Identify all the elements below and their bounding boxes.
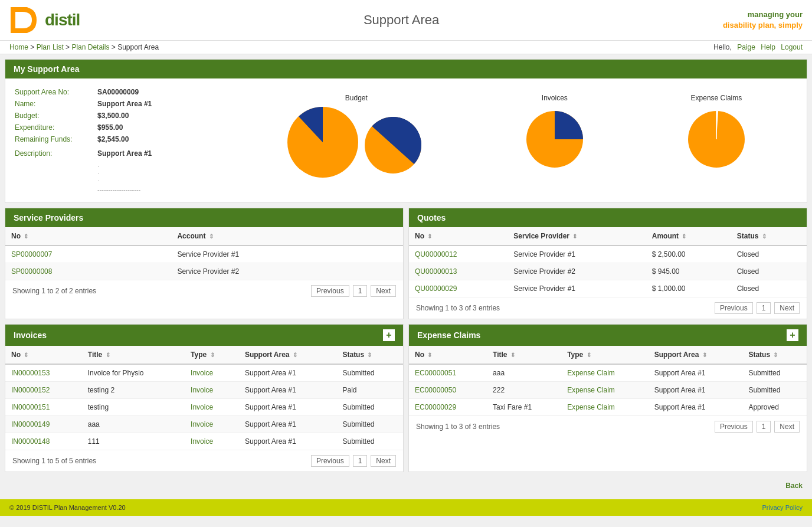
ec-col-status[interactable]: Status ⇕	[742, 346, 807, 364]
table-row: EC00000051aaaExpense ClaimSupport Area #…	[409, 364, 807, 382]
inv-status: Submitted	[336, 416, 403, 433]
breadcrumb-plan-details[interactable]: Plan Details	[71, 43, 109, 51]
inv-type[interactable]: Invoice	[185, 382, 239, 399]
inv-support-area: Support Area #1	[239, 399, 337, 416]
ec-support-area: Support Area #1	[649, 382, 743, 399]
inv-status: Paid	[336, 382, 403, 399]
sp-page-num: 1	[353, 285, 368, 297]
quote-no[interactable]: QU00000012	[409, 246, 508, 263]
ec-support-area: Support Area #1	[649, 399, 743, 416]
service-providers-table: No ⇕ Account ⇕ SP00000007Service Provide…	[5, 227, 403, 280]
quotes-panel: Quotes No ⇕ Service Provider ⇕ Amount ⇕ …	[408, 208, 807, 319]
sp-pagination: Showing 1 to 2 of 2 entries Previous 1 N…	[5, 280, 403, 302]
col-no[interactable]: No ⇕	[409, 227, 508, 246]
inv-title: testing 2	[82, 382, 185, 399]
quotes-table: No ⇕ Service Provider ⇕ Amount ⇕ Status …	[409, 227, 807, 297]
col-status[interactable]: Status ⇕	[731, 227, 807, 246]
inv-type[interactable]: Invoice	[185, 433, 239, 450]
ec-no[interactable]: EC00000050	[409, 382, 487, 399]
sp-no[interactable]: SP00000008	[5, 263, 171, 280]
inv-col-support-area[interactable]: Support Area ⇕	[239, 346, 337, 364]
quotes-prev-btn[interactable]: Previous	[715, 302, 753, 314]
inv-no[interactable]: IN00000148	[5, 433, 82, 450]
ec-next-btn[interactable]: Next	[774, 421, 800, 433]
inv-next-btn[interactable]: Next	[371, 455, 396, 467]
ec-type[interactable]: Expense Claim	[561, 399, 649, 416]
quote-sp: Service Provider #1	[508, 280, 646, 297]
breadcrumb-plan-list[interactable]: Plan List	[37, 43, 64, 51]
col-service-provider[interactable]: Service Provider ⇕	[508, 227, 646, 246]
col-amount[interactable]: Amount ⇕	[646, 227, 731, 246]
table-row: IN00000152testing 2InvoiceSupport Area #…	[5, 382, 403, 399]
invoices-table: No ⇕ Title ⇕ Type ⇕ Support Area ⇕ Statu…	[5, 346, 403, 450]
logo: distil	[9, 5, 80, 35]
inv-status: Submitted	[336, 364, 403, 382]
ec-page-num: 1	[757, 421, 771, 433]
expense-claims-pie-chart	[684, 107, 749, 172]
invoices-chart: Invoices	[522, 94, 587, 174]
ec-col-title[interactable]: Title ⇕	[487, 346, 561, 364]
table-row: IN00000148111InvoiceSupport Area #1Submi…	[5, 433, 403, 450]
service-providers-panel: Service Providers No ⇕ Account ⇕ SP00000…	[5, 208, 404, 319]
inv-col-title[interactable]: Title ⇕	[82, 346, 185, 364]
budget-pie-chart	[361, 113, 425, 178]
inv-type[interactable]: Invoice	[185, 364, 239, 382]
breadcrumb-current: Support Area	[117, 43, 159, 51]
inv-support-area: Support Area #1	[239, 416, 337, 433]
quote-no[interactable]: QU00000013	[409, 263, 508, 280]
add-invoice-btn[interactable]: +	[383, 329, 395, 341]
inv-status: Submitted	[336, 433, 403, 450]
ec-type[interactable]: Expense Claim	[561, 382, 649, 399]
col-account[interactable]: Account ⇕	[171, 227, 403, 246]
inv-prev-btn[interactable]: Previous	[311, 455, 349, 467]
inv-no[interactable]: IN00000151	[5, 399, 82, 416]
back-row: Back	[0, 477, 812, 495]
sp-prev-btn[interactable]: Previous	[311, 285, 349, 297]
expense-claims-panel: Expense Claims + No ⇕ Title ⇕ Type ⇕ Sup…	[408, 324, 807, 472]
quote-no[interactable]: QU00000029	[409, 280, 508, 297]
help-link[interactable]: Help	[761, 43, 775, 51]
ec-title: 222	[487, 382, 561, 399]
top-header: distil Support Area managing your disabi…	[0, 0, 812, 41]
breadcrumb: Home > Plan List > Plan Details > Suppor…	[9, 43, 159, 51]
ec-title: Taxi Fare #1	[487, 399, 561, 416]
inv-page-num: 1	[353, 455, 368, 467]
inv-col-status[interactable]: Status ⇕	[336, 346, 403, 364]
sp-no[interactable]: SP00000007	[5, 246, 171, 263]
breadcrumb-home[interactable]: Home	[9, 43, 28, 51]
inv-no[interactable]: IN00000152	[5, 382, 82, 399]
ec-no[interactable]: EC00000029	[409, 399, 487, 416]
inv-col-type[interactable]: Type ⇕	[185, 346, 239, 364]
ec-prev-btn[interactable]: Previous	[715, 421, 753, 433]
ec-col-no[interactable]: No ⇕	[409, 346, 487, 364]
ec-col-type[interactable]: Type ⇕	[561, 346, 649, 364]
budget-pie	[287, 107, 358, 178]
inv-col-no[interactable]: No ⇕	[5, 346, 82, 364]
footer: © 2019 DISTIL Plan Management V0.20 Priv…	[0, 499, 812, 516]
ec-pagination: Showing 1 to 3 of 3 entries Previous 1 N…	[409, 416, 807, 437]
inv-title: Invoice for Physio	[82, 364, 185, 382]
user-profile-link[interactable]: Paige	[737, 43, 755, 51]
privacy-policy-link[interactable]: Privacy Policy	[762, 504, 803, 511]
add-expense-claim-btn[interactable]: +	[787, 329, 798, 341]
table-row: IN00000153Invoice for PhysioInvoiceSuppo…	[5, 364, 403, 382]
sp-next-btn[interactable]: Next	[371, 285, 396, 297]
inv-type[interactable]: Invoice	[185, 399, 239, 416]
expense-claims-header: Expense Claims +	[409, 325, 807, 346]
service-providers-header: Service Providers	[5, 208, 403, 227]
ec-support-area: Support Area #1	[649, 364, 743, 382]
invoices-header: Invoices +	[5, 325, 403, 346]
col-no[interactable]: No ⇕	[5, 227, 171, 246]
inv-no[interactable]: IN00000149	[5, 416, 82, 433]
ec-status: Submitted	[742, 364, 807, 382]
ec-type[interactable]: Expense Claim	[561, 364, 649, 382]
support-area-panel: My Support Area Support Area No: SA00000…	[5, 59, 807, 203]
ec-col-support-area[interactable]: Support Area ⇕	[649, 346, 743, 364]
inv-type[interactable]: Invoice	[185, 416, 239, 433]
quote-amount: $ 2,500.00	[646, 246, 731, 263]
inv-no[interactable]: IN00000153	[5, 364, 82, 382]
quotes-next-btn[interactable]: Next	[774, 302, 800, 314]
logout-link[interactable]: Logout	[781, 43, 803, 51]
back-link[interactable]: Back	[785, 482, 803, 490]
ec-no[interactable]: EC00000051	[409, 364, 487, 382]
